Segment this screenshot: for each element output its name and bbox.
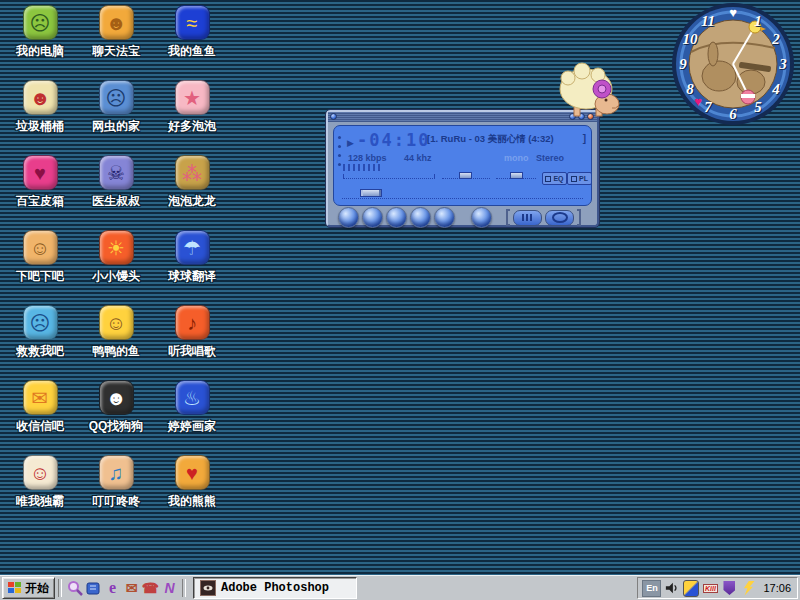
next-button[interactable]: [434, 207, 455, 228]
pl-button[interactable]: PL: [567, 172, 592, 185]
time-display[interactable]: -04:10: [357, 130, 430, 150]
previous-button[interactable]: [338, 207, 359, 228]
my-bear-icon[interactable]: ♥: [175, 455, 210, 490]
save-me-icon[interactable]: ☹: [23, 305, 58, 340]
desktop-icon-label: QQ找狗狗: [89, 418, 144, 435]
ding-ding-dong-icon[interactable]: ♫: [99, 455, 134, 490]
aux-slider[interactable]: [496, 174, 536, 179]
balance-slider-handle[interactable]: [459, 172, 472, 179]
spectrum-analyzer: [343, 164, 381, 171]
desktop-icon-my-fish[interactable]: ≈我的鱼鱼: [154, 2, 230, 77]
eq-button[interactable]: EQ: [542, 172, 567, 185]
tray-clock[interactable]: 17:06: [763, 582, 791, 594]
phone-icon[interactable]: ☎: [141, 579, 160, 598]
desktop-icon-chat-tool[interactable]: ☻聊天法宝: [78, 2, 154, 77]
lightning-icon[interactable]: [740, 580, 756, 596]
download-here-icon[interactable]: ☺: [23, 230, 58, 265]
kill-antivirus-icon[interactable]: Kill: [702, 580, 718, 596]
repeat-button[interactable]: [545, 210, 574, 226]
desktop-icon-trash-teddy[interactable]: ☻垃圾桶桶: [2, 77, 78, 152]
clock-widget[interactable]: 1 2 3 4 5 6 7 8 9 10 11 ♥ ♥: [671, 2, 795, 126]
pause-button[interactable]: [386, 207, 407, 228]
browser-e-icon[interactable]: e: [103, 579, 122, 598]
desktop-icon-doctor-uncle[interactable]: ☠医生叔叔: [78, 152, 154, 227]
desktop-icon-my-computer[interactable]: ☹我的电脑: [2, 2, 78, 77]
language-indicator[interactable]: En: [642, 580, 661, 597]
desktop-icon-label: 叮叮咚咚: [92, 493, 140, 510]
little-bun-icon[interactable]: ☀: [99, 230, 134, 265]
clock-number-9: 9: [679, 56, 687, 73]
desktop-icon-duck-fish[interactable]: ☺鸭鸭的鱼: [78, 302, 154, 377]
desktop-icon-tingting-painter[interactable]: ♨婷婷画家: [154, 377, 230, 452]
desktop-icon-hear-me-sing[interactable]: ♪听我唱歌: [154, 302, 230, 377]
hear-me-sing-icon[interactable]: ♪: [175, 305, 210, 340]
visualization-button[interactable]: [513, 210, 542, 226]
desktop-icon-only-me-cat[interactable]: ☺唯我独霸: [2, 452, 78, 527]
seek-bar-handle[interactable]: [360, 189, 382, 197]
aux-slider-handle[interactable]: [510, 172, 523, 179]
stop-button[interactable]: [410, 207, 431, 228]
desktop-icon-save-me[interactable]: ☹救救我吧: [2, 302, 78, 377]
bracket-left: [506, 209, 510, 226]
desktop-icon-many-bubbles[interactable]: ★好多泡泡: [154, 77, 230, 152]
desktop-icon-label: 球球翻译: [168, 268, 216, 285]
lightning-glyph: [742, 581, 755, 596]
photoshop-icon: [200, 580, 216, 596]
bubble-dragon-icon[interactable]: ⁂: [175, 155, 210, 190]
trash-teddy-icon[interactable]: ☻: [23, 80, 58, 115]
desktop-icon-bubble-dragon[interactable]: ⁂泡泡龙龙: [154, 152, 230, 227]
desktop-icon-grid: ☹我的电脑☻聊天法宝≈我的鱼鱼☻垃圾桶桶☹网虫的家★好多泡泡♥百宝皮箱☠医生叔叔…: [2, 2, 230, 527]
desktop-icon-label: 聊天法宝: [92, 43, 140, 60]
my-fish-icon[interactable]: ≈: [175, 5, 210, 40]
mail-icon[interactable]: ✉: [122, 579, 141, 598]
music-player-window[interactable]: ▶ -04:10 [1. RuRu - 03 美丽心情 (4:32) ] 128…: [326, 110, 599, 227]
task-button-photoshop[interactable]: Adobe Photoshop: [193, 577, 357, 599]
desktop-icon-net-bug-home[interactable]: ☹网虫的家: [78, 77, 154, 152]
desktop-icon-label: 我的鱼鱼: [168, 43, 216, 60]
start-button[interactable]: 开始: [2, 577, 55, 599]
desktop-icon-label: 垃圾桶桶: [16, 118, 64, 135]
desktop-icon-my-bear[interactable]: ♥我的熊熊: [154, 452, 230, 527]
balance-slider[interactable]: [442, 174, 490, 179]
tingting-painter-icon[interactable]: ♨: [175, 380, 210, 415]
sheep-pet[interactable]: [556, 62, 620, 118]
treasure-box-icon[interactable]: ♥: [23, 155, 58, 190]
pet-app-icon[interactable]: [683, 580, 699, 596]
desktop-icon-download-here[interactable]: ☺下吧下吧: [2, 227, 78, 302]
eject-button[interactable]: [471, 207, 492, 228]
desktop[interactable]: { "desktop": { "stripe_dark": "#0f2a40",…: [0, 0, 800, 600]
chat-tool-icon[interactable]: ☻: [99, 5, 134, 40]
address-book-icon[interactable]: [84, 579, 103, 598]
volume-icon[interactable]: [664, 580, 680, 596]
clock-number-8: 8: [686, 81, 694, 98]
many-bubbles-icon[interactable]: ★: [175, 80, 210, 115]
doctor-uncle-icon[interactable]: ☠: [99, 155, 134, 190]
search-icon[interactable]: [65, 579, 84, 598]
play-button[interactable]: [362, 207, 383, 228]
clock-number-3: 3: [779, 56, 787, 73]
player-menu-button[interactable]: [330, 113, 337, 120]
track-title-end-bracket: ]: [583, 133, 586, 144]
magnifier-glyph: [67, 580, 83, 596]
ball-translator-icon[interactable]: ☂: [175, 230, 210, 265]
desktop-icon-qq-find-dog[interactable]: ☻QQ找狗狗: [78, 377, 154, 452]
mailbox-icon[interactable]: ✉: [23, 380, 58, 415]
net-bug-home-icon[interactable]: ☹: [99, 80, 134, 115]
netscape-icon[interactable]: N: [160, 579, 179, 598]
bitrate-readout: 128 kbps: [348, 153, 387, 163]
desktop-icon-label: 我的电脑: [16, 43, 64, 60]
only-me-cat-icon[interactable]: ☺: [23, 455, 58, 490]
desktop-icon-little-bun[interactable]: ☀小小馒头: [78, 227, 154, 302]
shield-icon[interactable]: [721, 580, 737, 596]
desktop-icon-treasure-box[interactable]: ♥百宝皮箱: [2, 152, 78, 227]
sheep-eye: [605, 99, 608, 102]
qq-find-dog-icon[interactable]: ☻: [99, 380, 134, 415]
desktop-icon-ball-translator[interactable]: ☂球球翻译: [154, 227, 230, 302]
pl-toggle-box: [571, 176, 577, 182]
my-computer-icon[interactable]: ☹: [23, 5, 58, 40]
desktop-icon-mailbox[interactable]: ✉收信信吧: [2, 377, 78, 452]
track-title[interactable]: [1. RuRu - 03 美丽心情 (4:32): [427, 133, 579, 146]
desktop-icon-ding-ding-dong[interactable]: ♫叮叮咚咚: [78, 452, 154, 527]
duck-fish-icon[interactable]: ☺: [99, 305, 134, 340]
volume-slider[interactable]: [343, 174, 435, 179]
